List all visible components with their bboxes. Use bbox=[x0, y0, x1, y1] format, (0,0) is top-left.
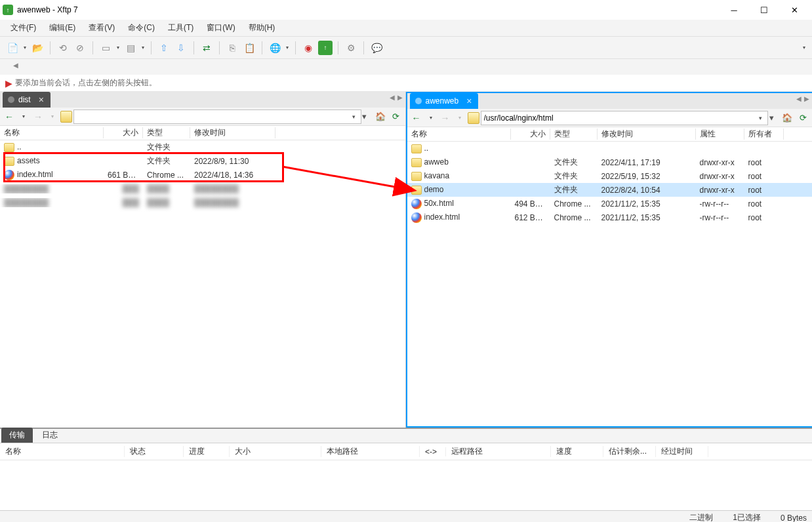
view-button[interactable]: ▤ bbox=[123, 41, 138, 55]
local-path-input[interactable] bbox=[73, 110, 361, 124]
paste-button[interactable]: 📋 bbox=[242, 41, 256, 55]
tab-prev-icon[interactable]: ◀ bbox=[390, 94, 395, 101]
refresh-button[interactable]: ⟳ bbox=[390, 110, 403, 123]
path-dropdown-icon[interactable]: ▾ bbox=[759, 115, 762, 121]
forward-dropdown[interactable]: ▾ bbox=[46, 110, 59, 123]
menu-file[interactable]: 文件(F) bbox=[5, 20, 41, 35]
history-dropdown[interactable]: ▾ bbox=[765, 111, 778, 125]
tab-log[interactable]: 日志 bbox=[34, 428, 66, 443]
col-name[interactable]: 名称 bbox=[407, 129, 511, 140]
th-estimate[interactable]: 估计剩余... bbox=[603, 446, 656, 457]
remote-tab[interactable]: awenweb × bbox=[410, 93, 479, 109]
history-dropdown[interactable]: ▾ bbox=[358, 110, 371, 123]
close-button[interactable]: ✕ bbox=[779, 0, 809, 20]
file-row[interactable]: assets文件夹2022/8/9, 11:30 bbox=[0, 154, 405, 168]
settings-button[interactable]: ⚙ bbox=[344, 41, 358, 55]
toolbar-separator bbox=[338, 41, 338, 54]
folder-icon bbox=[4, 157, 14, 166]
xftp-button[interactable]: ↑ bbox=[318, 41, 333, 55]
col-date[interactable]: 修改时间 bbox=[598, 129, 696, 140]
back-dropdown[interactable]: ▾ bbox=[17, 110, 30, 123]
menu-view[interactable]: 查看(V) bbox=[83, 20, 120, 35]
forward-dropdown[interactable]: ▾ bbox=[453, 111, 466, 125]
tab-prev-icon[interactable]: ◀ bbox=[796, 95, 802, 102]
minimize-button[interactable]: ─ bbox=[719, 0, 749, 20]
new-folder-button[interactable]: ▭ bbox=[98, 41, 113, 55]
tab-next-icon[interactable]: ▶ bbox=[804, 95, 809, 102]
maximize-button[interactable]: ☐ bbox=[749, 0, 779, 20]
file-row[interactable]: kavana文件夹2022/5/19, 15:32drwxr-xr-xroot bbox=[407, 169, 813, 183]
menu-edit[interactable]: 编辑(E) bbox=[44, 20, 81, 35]
th-progress[interactable]: 进度 bbox=[184, 446, 230, 457]
th-arrow[interactable]: <-> bbox=[420, 447, 446, 456]
file-row[interactable]: index.html661 BytesChrome ...2022/4/18, … bbox=[0, 168, 405, 182]
th-elapsed[interactable]: 经过时间 bbox=[656, 446, 708, 457]
file-row[interactable]: 50x.html494 BytesChrome ...2021/11/2, 15… bbox=[407, 197, 813, 211]
menu-command[interactable]: 命令(C) bbox=[123, 20, 160, 35]
local-tab[interactable]: dist × bbox=[3, 92, 51, 108]
view-dropdown[interactable]: ▾ bbox=[140, 41, 146, 55]
toolbar-overflow[interactable]: ▾ bbox=[802, 41, 807, 55]
remote-file-list[interactable]: ..awweb文件夹2022/4/11, 17:19drwxr-xr-xroot… bbox=[407, 142, 813, 426]
forward-button[interactable]: → bbox=[31, 110, 45, 123]
close-tab-icon[interactable]: × bbox=[466, 96, 472, 106]
col-perm[interactable]: 属性 bbox=[696, 129, 744, 140]
th-remote[interactable]: 远程路径 bbox=[446, 446, 551, 457]
back-button[interactable]: ← bbox=[3, 110, 16, 123]
col-type[interactable]: 类型 bbox=[550, 129, 598, 140]
new-session-dropdown[interactable]: ▾ bbox=[22, 41, 28, 55]
menu-window[interactable]: 窗口(W) bbox=[201, 20, 240, 35]
th-local[interactable]: 本地路径 bbox=[321, 446, 420, 457]
home-button[interactable]: 🏠 bbox=[374, 110, 387, 123]
reconnect-button[interactable]: ⟲ bbox=[56, 41, 70, 55]
toolbar-separator bbox=[50, 41, 51, 54]
copy-button[interactable]: ⎘ bbox=[225, 41, 239, 55]
remote-path-input[interactable] bbox=[481, 111, 769, 125]
xshell-button[interactable]: ◉ bbox=[301, 41, 315, 55]
close-tab-icon[interactable]: × bbox=[39, 94, 44, 105]
file-row[interactable]: demo文件夹2022/8/24, 10:54drwxr-xr-xroot bbox=[407, 183, 813, 197]
col-date[interactable]: 修改时间 bbox=[190, 127, 275, 138]
path-dropdown-icon[interactable]: ▾ bbox=[352, 113, 355, 120]
file-row[interactable]: .. bbox=[407, 142, 813, 155]
tab-transfer[interactable]: 传输 bbox=[1, 428, 33, 443]
col-name[interactable]: 名称 bbox=[0, 127, 104, 138]
tab-next-icon[interactable]: ▶ bbox=[397, 94, 403, 101]
status-selection: 1已选择 bbox=[733, 512, 761, 522]
th-status[interactable]: 状态 bbox=[125, 446, 184, 457]
globe-dropdown[interactable]: ▾ bbox=[285, 41, 290, 55]
upload-button[interactable]: ⇧ bbox=[157, 41, 171, 55]
session-add-icon[interactable]: ◀ bbox=[13, 62, 18, 69]
col-type[interactable]: 类型 bbox=[143, 127, 190, 138]
menubar: 文件(F) 编辑(E) 查看(V) 命令(C) 工具(T) 窗口(W) 帮助(H… bbox=[0, 20, 812, 37]
th-name[interactable]: 名称 bbox=[0, 446, 125, 457]
open-session-button[interactable]: 📂 bbox=[30, 41, 45, 55]
col-size[interactable]: 大小 bbox=[104, 127, 143, 138]
refresh-button[interactable]: ⟳ bbox=[796, 111, 809, 125]
globe-button[interactable]: 🌐 bbox=[268, 41, 282, 55]
folder-icon bbox=[4, 143, 14, 152]
status-size: 0 Bytes bbox=[781, 513, 807, 523]
forward-button[interactable]: → bbox=[439, 111, 452, 125]
folder-icon bbox=[411, 172, 422, 181]
new-folder-dropdown[interactable]: ▾ bbox=[115, 41, 121, 55]
file-row[interactable]: index.html612 BytesChrome ...2021/11/2, … bbox=[407, 211, 813, 224]
disconnect-button[interactable]: ⊘ bbox=[73, 41, 87, 55]
local-file-list[interactable]: ..文件夹assets文件夹2022/8/9, 11:30index.html6… bbox=[0, 140, 405, 428]
col-owner[interactable]: 所有者 bbox=[744, 129, 784, 140]
help-button[interactable]: 💬 bbox=[369, 41, 384, 55]
file-row[interactable]: awweb文件夹2022/4/11, 17:19drwxr-xr-xroot bbox=[407, 155, 813, 169]
back-button[interactable]: ← bbox=[410, 111, 423, 125]
back-dropdown[interactable]: ▾ bbox=[424, 111, 437, 125]
menu-tool[interactable]: 工具(T) bbox=[163, 20, 199, 35]
transfer-section: 传输 日志 名称 状态 进度 大小 本地路径 <-> 远程路径 速度 估计剩余.… bbox=[0, 428, 812, 510]
menu-help[interactable]: 帮助(H) bbox=[243, 20, 281, 35]
sync-button[interactable]: ⇄ bbox=[199, 41, 214, 55]
download-button[interactable]: ⇩ bbox=[174, 41, 188, 55]
file-row[interactable]: ..文件夹 bbox=[0, 140, 405, 154]
th-size[interactable]: 大小 bbox=[230, 446, 321, 457]
home-button[interactable]: 🏠 bbox=[781, 111, 794, 125]
col-size[interactable]: 大小 bbox=[511, 129, 550, 140]
th-speed[interactable]: 速度 bbox=[551, 446, 603, 457]
new-session-button[interactable]: 📄 bbox=[5, 41, 20, 55]
